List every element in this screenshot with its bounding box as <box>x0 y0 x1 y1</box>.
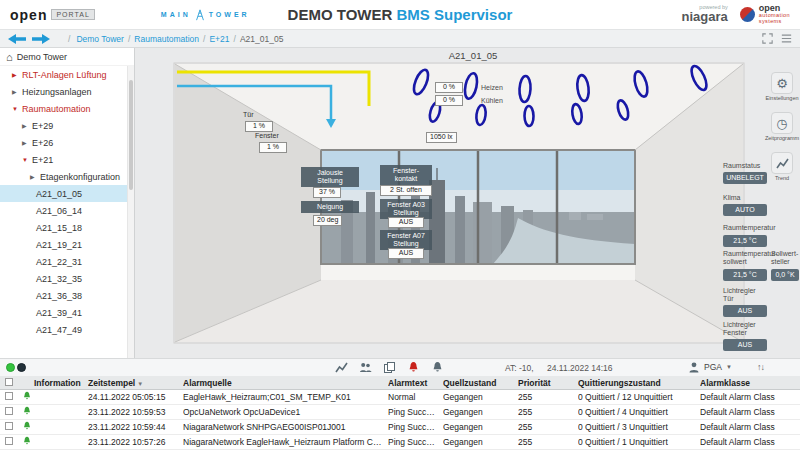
breadcrumb-e21[interactable]: E+21 <box>203 34 229 44</box>
row-checkbox[interactable] <box>5 437 13 445</box>
breadcrumb: Demo Tower Raumautomation E+21 A21_01_05 <box>68 34 283 44</box>
back-button[interactable] <box>8 34 26 44</box>
fenster-a07-value[interactable]: AUS <box>388 248 424 259</box>
zeitprogramm-label: Zeitprogramm <box>765 135 799 141</box>
klima-label: Klima <box>723 194 741 202</box>
select-all-checkbox[interactable] <box>5 378 13 386</box>
col-quittierungszustand[interactable]: Quittierungszustand <box>578 378 700 388</box>
col-zeitstempel[interactable]: Zeitstempel▼ <box>88 378 183 388</box>
raumtemperatur-value[interactable]: 21,5 °C <box>723 235 767 247</box>
chevron-down-icon: ▼ <box>22 157 29 163</box>
col-alarmklasse[interactable]: Alarmklasse <box>700 378 800 388</box>
tower-icon <box>194 8 206 22</box>
alarm-row[interactable]: 23.11.2022 10:57:26 NiagaraNetwork Eagle… <box>0 435 800 450</box>
breadcrumb-demo-tower[interactable]: Demo Tower <box>76 34 124 44</box>
col-alarmtext[interactable]: Alarmtext <box>388 378 443 388</box>
tree-item-e29[interactable]: ▶E+29 <box>0 117 134 134</box>
sollwertsteller-label: Sollwert-steller <box>771 250 800 266</box>
user-name: PGA <box>704 362 722 372</box>
forward-button[interactable] <box>32 34 50 44</box>
alarm-text: Ping Success <box>388 422 443 432</box>
lichtregler-tuer-value[interactable]: AUS <box>723 305 767 317</box>
col-prioritaet[interactable]: Priorität <box>518 378 578 388</box>
row-checkbox[interactable] <box>5 422 13 430</box>
row-checkbox[interactable] <box>5 407 13 415</box>
klima-value[interactable]: AUTO <box>723 204 767 216</box>
alarm-timestamp: 23.11.2022 10:59:53 <box>88 407 183 417</box>
sort-desc-icon: ▼ <box>137 381 143 387</box>
sollwert-value[interactable]: 21,5 °C <box>723 269 767 281</box>
breadcrumb-bar: Demo Tower Raumautomation E+21 A21_01_05 <box>0 30 800 48</box>
table-columns-icon[interactable] <box>781 33 792 44</box>
expand-view-icon[interactable] <box>762 33 773 44</box>
kuehlen-label: Kühlen <box>481 97 503 105</box>
alarm-row[interactable]: 24.11.2022 05:05:15 EagleHawk_Heizraum;C… <box>0 390 800 405</box>
fenster-a03-value[interactable]: AUS <box>388 217 424 228</box>
tree-root-demo-tower[interactable]: ⌂ Demo Tower <box>0 48 134 66</box>
alarm-class: Default Alarm Class <box>700 392 800 402</box>
raumstatus-value[interactable]: UNBELEGT <box>723 172 767 184</box>
tree-item-a21-39-41[interactable]: A21_39_41 <box>0 304 134 321</box>
alarm-class: Default Alarm Class <box>700 407 800 417</box>
alarm-state: Gegangen <box>443 392 518 402</box>
chart-icon[interactable] <box>335 361 348 374</box>
open-automation-logo: open automation systems <box>740 4 790 25</box>
tree-item-a21-15-18[interactable]: A21_15_18 <box>0 219 134 236</box>
alarm-source: NiagaraNetwork EagleHawk_Heizraum Platfo… <box>183 437 388 447</box>
alarm-source: OpcUaNetwork OpcUaDevice1 <box>183 407 388 417</box>
datetime: 24.11.2022 14:16 <box>547 363 613 373</box>
outside-temp: AT: -10, <box>505 363 534 373</box>
alarm-bell-icon[interactable] <box>407 361 420 374</box>
jalousie-value[interactable]: 37 % <box>313 187 341 198</box>
fensterkontakt-value[interactable]: 2 St. offen <box>380 185 432 196</box>
alarm-timestamp: 23.11.2022 10:57:26 <box>88 437 183 447</box>
tree-item-rlt-anlagen[interactable]: ▶RLT-Anlagen Lüftung <box>0 66 134 83</box>
scrollbar-thumb[interactable] <box>129 80 133 190</box>
alarm-row[interactable]: 23.11.2022 10:59:53 OpcUaNetwork OpcUaDe… <box>0 405 800 420</box>
tree-item-etagenkonfiguration[interactable]: ▶Etagenkonfiguration <box>0 168 134 185</box>
neigung-value[interactable]: 20 deg <box>313 215 342 226</box>
tree-item-a21-47-49[interactable]: A21_47_49 <box>0 321 134 338</box>
schedule-clock-icon[interactable]: ◷ <box>771 112 793 134</box>
alarm-row[interactable]: 23.11.2022 10:59:44 NiagaraNetwork SNHPG… <box>0 420 800 435</box>
heizen-label: Heizen <box>481 84 503 92</box>
breadcrumb-raumautomation[interactable]: Raumautomation <box>128 34 199 44</box>
notification-bell-icon[interactable] <box>431 361 444 374</box>
tree-item-heizungsanlagen[interactable]: ▶Heizungsanlagen <box>0 83 134 100</box>
open-portal-logo: open PORTAL <box>10 7 95 23</box>
tree-item-a21-36-38[interactable]: A21_36_38 <box>0 287 134 304</box>
sollwertsteller-value[interactable]: 0,0 °K <box>771 269 799 281</box>
col-alarmquelle[interactable]: Alarmquelle <box>183 378 388 388</box>
row-checkbox[interactable] <box>5 392 13 400</box>
settings-gear-icon[interactable]: ⚙ <box>771 72 793 94</box>
tree-item-a21-32-35[interactable]: A21_32_35 <box>0 270 134 287</box>
tree-item-a21-22-31[interactable]: A21_22_31 <box>0 253 134 270</box>
lux-value[interactable]: 1050 lx <box>426 132 457 143</box>
tree-item-e21[interactable]: ▼E+21 <box>0 151 134 168</box>
tree-item-raumautomation[interactable]: ▼Raumautomation <box>0 100 134 117</box>
tree-item-a21-06-14[interactable]: A21_06_14 <box>0 202 134 219</box>
oas-logo-icon <box>740 7 755 22</box>
trend-chart-icon[interactable] <box>771 152 793 174</box>
tree-item-a21-19-21[interactable]: A21_19_21 <box>0 236 134 253</box>
col-information[interactable]: Information <box>20 378 88 388</box>
col-quellzustand[interactable]: Quellzustand <box>443 378 518 388</box>
tree-item-e26[interactable]: ▶E+26 <box>0 134 134 151</box>
jalousie-label: Jalousie Stellung <box>301 167 359 187</box>
alarm-state: Gegangen <box>443 407 518 417</box>
sidebar-scrollbar[interactable] <box>127 66 134 358</box>
alarm-console: Information Zeitstempel▼ Alarmquelle Ala… <box>0 376 800 450</box>
alarm-timestamp: 23.11.2022 10:59:44 <box>88 422 183 432</box>
sort-toggle-icon[interactable]: ↑↓ <box>757 362 764 372</box>
raumstatus-label: Raumstatus <box>723 162 760 170</box>
heizen-value[interactable]: 0 % <box>435 82 463 93</box>
people-icon[interactable] <box>359 361 372 374</box>
tree-item-a21-01-05[interactable]: A21_01_05 <box>0 185 134 202</box>
lichtregler-fenster-value[interactable]: AUS <box>723 339 767 351</box>
fenster-value[interactable]: 1 % <box>259 142 287 153</box>
kuehlen-value[interactable]: 0 % <box>435 95 463 106</box>
nav-tree-sidebar: ⌂ Demo Tower ▶RLT-Anlagen Lüftung ▶Heizu… <box>0 48 135 358</box>
documents-icon[interactable] <box>383 361 396 374</box>
user-menu[interactable]: PGA ▼ <box>688 361 732 373</box>
tuer-value[interactable]: 1 % <box>245 121 273 132</box>
